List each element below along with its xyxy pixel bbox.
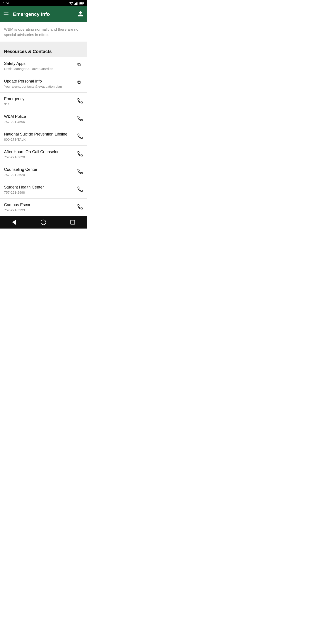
contact-info: W&M Police757-221-4596	[4, 114, 26, 124]
contact-info: Campus Escort757-221-3293	[4, 202, 32, 212]
svg-rect-8	[78, 64, 80, 66]
phone-icon	[77, 204, 83, 211]
svg-rect-2	[76, 2, 77, 5]
svg-rect-0	[74, 4, 75, 5]
battery-icon	[79, 2, 84, 4]
resources-title: Resources & Contacts	[4, 49, 52, 54]
contact-name: Update Personal Info	[4, 79, 62, 84]
app-icon	[77, 80, 83, 87]
app-bar: Emergency Info	[0, 6, 87, 22]
nav-back-button[interactable]	[12, 219, 16, 225]
svg-rect-10	[78, 81, 80, 83]
contact-name: Emergency	[4, 96, 24, 101]
recent-icon	[70, 220, 75, 224]
contact-detail: 757-221-4596	[4, 120, 26, 124]
contact-name: Campus Escort	[4, 202, 32, 207]
contact-detail: 800-273-TALK	[4, 138, 67, 141]
profile-button[interactable]	[77, 11, 84, 18]
list-item[interactable]: After Hours On-Call Counselor757-221-362…	[0, 146, 87, 163]
contact-name: National Suicide Prevention Lifeline	[4, 132, 67, 137]
list-item[interactable]: W&M Police757-221-4596	[0, 110, 87, 128]
contact-detail: 911	[4, 102, 24, 106]
signal-icon	[74, 2, 78, 5]
contact-name: W&M Police	[4, 114, 26, 119]
contact-list: Safety AppsCrisis Manager & Rave Guardia…	[0, 57, 87, 216]
phone-icon	[77, 133, 83, 140]
phone-icon	[77, 151, 83, 158]
list-item[interactable]: Student Health Center757-221-2998	[0, 181, 87, 198]
advisory-banner: W&M is operating normally and there are …	[0, 22, 87, 42]
status-bar: 1:54	[0, 0, 87, 6]
contact-detail: Crisis Manager & Rave Guardian	[4, 67, 53, 71]
profile-icon	[77, 11, 84, 17]
phone-icon	[77, 186, 83, 193]
list-item[interactable]: Safety AppsCrisis Manager & Rave Guardia…	[0, 57, 87, 75]
contact-info: Update Personal InfoYour alerts, contact…	[4, 79, 62, 88]
list-item[interactable]: National Suicide Prevention Lifeline800-…	[0, 128, 87, 146]
list-item[interactable]: Update Personal InfoYour alerts, contact…	[0, 75, 87, 92]
svg-rect-3	[77, 2, 78, 5]
list-item[interactable]: Emergency911	[0, 92, 87, 110]
list-item[interactable]: Campus Escort757-221-3293	[0, 198, 87, 216]
resources-header: Resources & Contacts	[0, 45, 87, 57]
contact-name: Safety Apps	[4, 61, 53, 66]
phone-icon	[77, 116, 83, 122]
advisory-text: W&M is operating normally and there are …	[4, 27, 83, 38]
contact-info: Emergency911	[4, 96, 24, 106]
phone-icon	[77, 168, 83, 176]
phone-icon	[77, 98, 83, 105]
contact-detail: 757-221-3293	[4, 208, 32, 212]
svg-rect-1	[75, 3, 76, 5]
contact-info: National Suicide Prevention Lifeline800-…	[4, 132, 67, 141]
status-time: 1:54	[3, 2, 9, 5]
contact-info: Student Health Center757-221-2998	[4, 185, 44, 194]
contact-name: Student Health Center	[4, 185, 44, 190]
svg-rect-6	[80, 2, 83, 4]
app-title: Emergency Info	[13, 12, 77, 17]
contact-detail: Your alerts, contacts & evacuation plan	[4, 84, 62, 88]
app-icon	[77, 62, 83, 70]
list-item[interactable]: Counseling Center757-221-3620	[0, 163, 87, 181]
contact-detail: 757-221-3620	[4, 173, 37, 177]
contact-name: Counseling Center	[4, 167, 37, 172]
contact-info: Safety AppsCrisis Manager & Rave Guardia…	[4, 61, 53, 71]
section-divider	[0, 42, 87, 45]
svg-rect-5	[84, 3, 84, 4]
wifi-icon	[69, 2, 73, 5]
nav-home-button[interactable]	[41, 220, 46, 225]
contact-info: After Hours On-Call Counselor757-221-362…	[4, 150, 58, 159]
contact-detail: 757-221-3620	[4, 155, 58, 159]
contact-info: Counseling Center757-221-3620	[4, 167, 37, 177]
menu-button[interactable]	[4, 12, 8, 16]
contact-detail: 757-221-2998	[4, 190, 44, 194]
bottom-nav	[0, 216, 87, 228]
contact-name: After Hours On-Call Counselor	[4, 150, 58, 154]
home-icon	[41, 220, 46, 225]
back-icon	[12, 219, 16, 225]
nav-recent-button[interactable]	[70, 220, 75, 224]
status-icons	[69, 2, 84, 5]
